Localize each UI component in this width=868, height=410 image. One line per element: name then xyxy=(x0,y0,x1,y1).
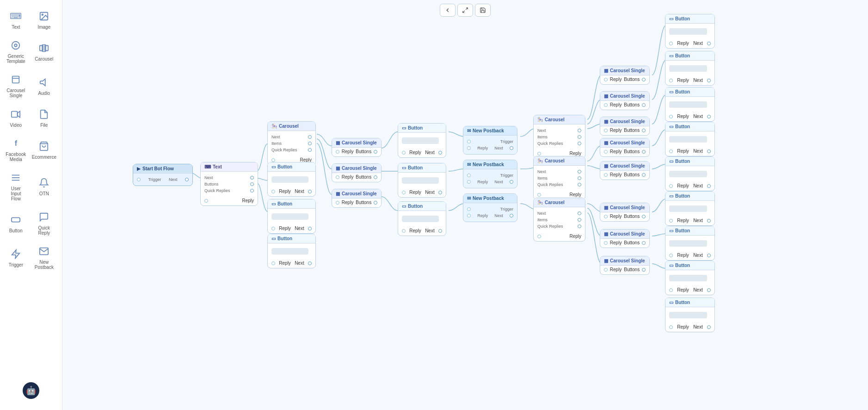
start-next-port[interactable] xyxy=(185,178,189,181)
c1-reply-port[interactable] xyxy=(271,158,275,162)
pb2-reply-port[interactable] xyxy=(467,180,471,184)
pb1-trigger-port[interactable] xyxy=(467,140,471,143)
rcs7-btn-port[interactable] xyxy=(642,241,646,245)
midbtn3-reply-port[interactable] xyxy=(402,229,406,233)
c4-next-port[interactable] xyxy=(578,211,581,215)
far-button-4[interactable]: ▭Button Reply Next xyxy=(665,122,715,156)
cs2-reply-port[interactable] xyxy=(336,175,339,179)
rcs5-btn-port[interactable] xyxy=(642,173,646,177)
right-cs-4[interactable]: ▦Carousel Single Reply Buttons xyxy=(600,138,650,157)
farbtn7-reply-port[interactable] xyxy=(669,254,673,257)
far-button-9[interactable]: ▭Button Reply Next xyxy=(665,298,715,332)
c2-next-port[interactable] xyxy=(578,129,581,132)
carousel-single-2[interactable]: ▦ Carousel Single Reply Buttons xyxy=(332,163,382,182)
farbtn5-reply-port[interactable] xyxy=(669,184,673,188)
c2-reply-port[interactable] xyxy=(537,152,541,155)
rcs8-reply-port[interactable] xyxy=(604,268,608,272)
rcs8-btn-port[interactable] xyxy=(642,268,646,272)
farbtn2-next-port[interactable] xyxy=(707,79,711,82)
pb2-next-port[interactable] xyxy=(510,180,513,184)
pb3-next-port[interactable] xyxy=(510,214,513,217)
btn2-reply-port[interactable] xyxy=(271,227,275,230)
btn3-reply-port[interactable] xyxy=(271,261,275,265)
midbtn2-reply-port[interactable] xyxy=(402,191,406,194)
c3-qr-port[interactable] xyxy=(578,183,581,186)
sidebar-item-image[interactable]: Image xyxy=(30,6,58,33)
far-button-5[interactable]: ▭Button Reply Next xyxy=(665,156,715,191)
farbtn6-reply-port[interactable] xyxy=(669,219,673,223)
sidebar-item-new-postback[interactable]: New Postback xyxy=(30,241,58,273)
farbtn1-reply-port[interactable] xyxy=(669,42,673,45)
c4-reply-port[interactable] xyxy=(537,235,541,238)
pb3-reply-port[interactable] xyxy=(467,214,471,217)
start-trigger-port[interactable] xyxy=(137,178,141,181)
farbtn4-next-port[interactable] xyxy=(707,149,711,153)
carousel-node-2[interactable]: 🎠 Carousel Next Items Quick Replies Repl… xyxy=(533,115,585,159)
pb2-trigger-port[interactable] xyxy=(467,174,471,177)
c4-items-port[interactable] xyxy=(578,218,581,222)
pb1-next-port[interactable] xyxy=(510,146,513,150)
sidebar-item-facebook-media[interactable]: f Facebook Media xyxy=(4,133,28,166)
c2-items-port[interactable] xyxy=(578,135,581,139)
sidebar-item-carousel[interactable]: Carousel xyxy=(30,35,58,68)
far-button-2[interactable]: ▭Button Reply Next xyxy=(665,51,715,86)
carousel-node-4[interactable]: 🎠 Carousel Next Items Quick Replies Repl… xyxy=(533,198,585,242)
cs2-buttons-port[interactable] xyxy=(374,175,377,179)
midbtn1-reply-port[interactable] xyxy=(402,151,406,155)
midbtn1-next-port[interactable] xyxy=(438,151,442,155)
sidebar-item-otn[interactable]: OTN xyxy=(30,168,58,205)
right-cs-5[interactable]: ▦Carousel Single Reply Buttons xyxy=(600,161,650,180)
c1-next-port[interactable] xyxy=(308,135,312,139)
sidebar-item-generic-template[interactable]: Generic Template xyxy=(4,35,28,68)
text-reply-port-in[interactable] xyxy=(204,199,208,203)
canvas[interactable]: ▶ Start Bot Flow Trigger Next ⌨ Text Nex… xyxy=(62,0,868,410)
text-next-port[interactable] xyxy=(250,176,254,180)
rcs2-reply-port[interactable] xyxy=(604,103,608,107)
far-button-1[interactable]: ▭Button Reply Next xyxy=(665,14,715,49)
rcs1-btn-port[interactable] xyxy=(642,78,646,81)
c3-next-port[interactable] xyxy=(578,170,581,174)
postback-node-1[interactable]: ✉ New Postback Trigger Reply Next xyxy=(463,126,517,155)
cs3-reply-port[interactable] xyxy=(336,201,339,205)
sidebar-item-button[interactable]: Button xyxy=(4,207,28,239)
button-node-1[interactable]: ▭ Button Reply Next xyxy=(267,162,316,197)
mid-button-3[interactable]: ▭ Button Reply Next xyxy=(398,201,446,236)
c4-qr-port[interactable] xyxy=(578,224,581,228)
sidebar-item-audio[interactable]: Audio xyxy=(30,69,58,102)
farbtn3-reply-port[interactable] xyxy=(669,115,673,118)
pb3-trigger-port[interactable] xyxy=(467,207,471,211)
c1-qr-port[interactable] xyxy=(308,148,312,152)
farbtn9-next-port[interactable] xyxy=(707,325,711,329)
start-node[interactable]: ▶ Start Bot Flow Trigger Next xyxy=(133,164,193,186)
far-button-6[interactable]: ▭Button Reply Next xyxy=(665,191,715,226)
sidebar-item-file[interactable]: File xyxy=(30,104,58,131)
mid-button-1[interactable]: ▭ Button Reply Next xyxy=(398,123,446,158)
mid-button-2[interactable]: ▭ Button Reply Next xyxy=(398,163,446,198)
pb1-reply-port[interactable] xyxy=(467,146,471,150)
save-button[interactable] xyxy=(475,4,491,17)
farbtn5-next-port[interactable] xyxy=(707,184,711,188)
sidebar-item-ecommerce[interactable]: Ecommerce xyxy=(30,133,58,166)
rcs2-btn-port[interactable] xyxy=(642,103,646,107)
right-cs-3[interactable]: ▦Carousel Single Reply Buttons xyxy=(600,117,650,136)
sidebar-item-video[interactable]: Video xyxy=(4,104,28,131)
rcs1-reply-port[interactable] xyxy=(604,78,608,81)
cs1-buttons-port[interactable] xyxy=(374,150,377,154)
far-button-7[interactable]: ▭Button Reply Next xyxy=(665,226,715,261)
rcs5-reply-port[interactable] xyxy=(604,173,608,177)
rcs3-btn-port[interactable] xyxy=(642,129,646,132)
sidebar-item-user-input-flow[interactable]: User Input Flow xyxy=(4,168,28,205)
far-button-8[interactable]: ▭Button Reply Next xyxy=(665,261,715,295)
cs1-reply-port[interactable] xyxy=(336,150,339,154)
far-button-3[interactable]: ▭Button Reply Next xyxy=(665,87,715,122)
midbtn3-next-port[interactable] xyxy=(438,229,442,233)
farbtn9-reply-port[interactable] xyxy=(669,325,673,329)
text-quickreplies-port[interactable] xyxy=(250,189,254,193)
c3-reply-port[interactable] xyxy=(537,193,541,197)
right-cs-7[interactable]: ▦Carousel Single Reply Buttons xyxy=(600,229,650,248)
c3-items-port[interactable] xyxy=(578,176,581,180)
fit-button[interactable] xyxy=(457,4,473,17)
sidebar-item-text[interactable]: ⌨ Text xyxy=(4,6,28,33)
sidebar-item-carousel-single[interactable]: Carousel Single xyxy=(4,69,28,102)
farbtn8-next-port[interactable] xyxy=(707,288,711,292)
